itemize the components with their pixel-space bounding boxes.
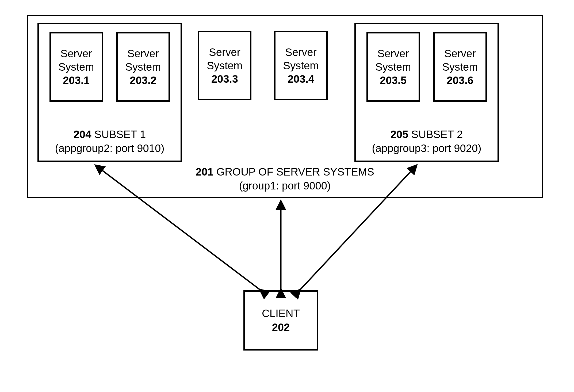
server-label: ServerSystem (368, 47, 419, 74)
server-id: 203.4 (288, 73, 314, 85)
subset-1-title: SUBSET 1 (94, 128, 146, 140)
subset-2-container: ServerSystem 203.5 ServerSystem 203.6 20… (354, 23, 499, 162)
group-ref: 201 (196, 166, 213, 178)
server-box-203-3: ServerSystem 203.3 (198, 31, 251, 100)
group-title: GROUP OF SERVER SYSTEMS (216, 166, 374, 178)
subset-2-label: 205 SUBSET 2 (appgroup3: port 9020) (356, 127, 498, 155)
subset-1-container: ServerSystem 203.1 ServerSystem 203.2 20… (37, 23, 182, 162)
group-detail: (group1: port 9000) (239, 180, 331, 192)
subset-2-title: SUBSET 2 (411, 128, 463, 140)
server-label: ServerSystem (199, 45, 250, 72)
server-box-203-2: ServerSystem 203.2 (116, 32, 170, 102)
server-box-203-6: ServerSystem 203.6 (433, 32, 487, 102)
subset-1-detail: (appgroup2: port 9010) (55, 142, 164, 154)
server-id: 203.1 (63, 74, 90, 86)
subset-1-ref: 204 (74, 128, 91, 140)
server-box-203-5: ServerSystem 203.5 (366, 32, 420, 102)
server-id: 203.2 (130, 74, 156, 86)
server-label: ServerSystem (275, 45, 326, 72)
server-label: ServerSystem (118, 47, 169, 74)
server-box-203-4: ServerSystem 203.4 (274, 31, 328, 100)
server-label: ServerSystem (51, 47, 102, 74)
subset-1-label: 204 SUBSET 1 (appgroup2: port 9010) (39, 127, 181, 155)
subset-2-detail: (appgroup3: port 9020) (372, 142, 481, 154)
server-id: 203.6 (447, 74, 473, 86)
server-label: ServerSystem (435, 47, 485, 74)
client-box: CLIENT 202 (243, 290, 318, 351)
group-label: 201 GROUP OF SERVER SYSTEMS (group1: por… (28, 165, 542, 193)
server-id: 203.3 (211, 73, 238, 85)
server-box-203-1: ServerSystem 203.1 (49, 32, 103, 102)
client-label: CLIENT (262, 307, 300, 319)
server-id: 203.5 (380, 74, 407, 86)
client-ref: 202 (272, 321, 290, 333)
subset-2-ref: 205 (391, 128, 408, 140)
server-group-container: ServerSystem 203.1 ServerSystem 203.2 20… (27, 15, 543, 198)
